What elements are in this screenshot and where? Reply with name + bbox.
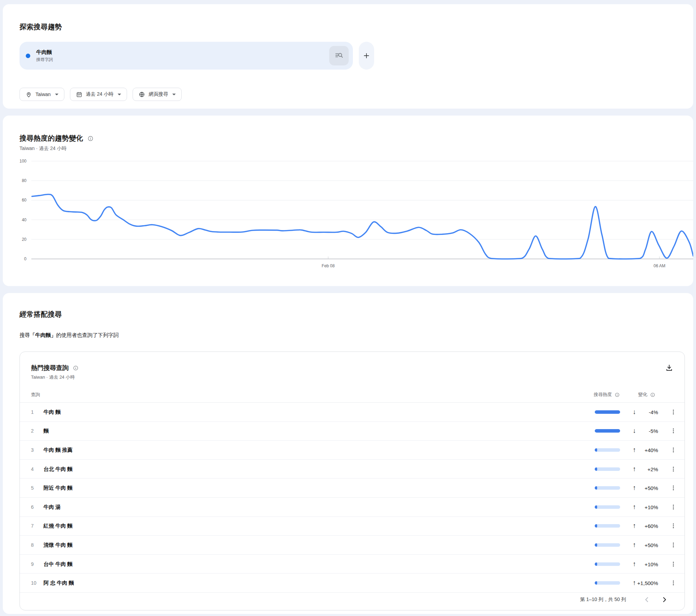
row-change-value: -4% [616,409,658,415]
more-vertical-icon [670,542,677,548]
row-change-value: +10% [616,504,658,510]
row-rank: 6 [31,504,41,510]
table-row[interactable]: 7紅燒 牛肉 麵↑+60% [20,517,685,536]
table-row[interactable]: 3牛肉 麵 推薦↑+40% [20,441,685,460]
row-rank: 1 [31,409,41,415]
row-rank: 7 [31,523,41,529]
table-subtitle: Taiwan · 過去 24 小時 [31,374,75,380]
add-comparison-button[interactable] [359,42,374,70]
interest-line-chart[interactable]: 100806040200Feb 0806 AM [3,153,693,275]
more-vertical-icon [670,466,677,472]
interest-over-time-card: 搜尋熱度的趨勢變化 Taiwan · 過去 24 小時 100806040200… [3,116,693,286]
chevron-down-icon [118,94,121,95]
more-vertical-icon [670,561,677,567]
location-pin-icon [25,91,32,98]
table-row[interactable]: 5附近 牛肉 麵↑+50% [20,479,685,498]
more-vertical-icon [670,447,677,453]
table-body: 1牛肉 麵↓-4%2麵↓-5%3牛肉 麵 推薦↑+40%4台北 牛肉 麵↑+2%… [20,403,685,593]
filter-bar: Taiwan 過去 24 小時 網頁搜尋 [19,88,182,101]
more-vertical-icon [670,580,677,586]
row-query-label: 台中 牛肉 麵 [44,561,72,567]
svg-text:80: 80 [22,178,27,183]
filter-time-button[interactable]: 過去 24 小時 [70,88,127,101]
svg-text:40: 40 [22,218,27,222]
table-row[interactable]: 1牛肉 麵↓-4% [20,403,685,422]
svg-text:Feb 08: Feb 08 [322,263,335,268]
row-menu-button[interactable] [666,481,680,495]
table-row[interactable]: 9台中 牛肉 麵↑+10% [20,555,685,574]
plus-icon [363,52,370,60]
top-queries-table-card: 熱門搜尋查詢 Taiwan · 過去 24 小時 查詢 搜尋熱度 [19,352,685,610]
row-query-label: 紅燒 牛肉 麵 [44,523,72,529]
info-icon[interactable] [87,135,94,142]
row-menu-button[interactable] [666,500,680,514]
more-vertical-icon [670,409,677,415]
row-rank: 8 [31,542,41,548]
row-query-label: 阿 忠 牛肉 麵 [44,580,74,586]
row-query-label: 牛肉 麵 推薦 [44,447,72,453]
svg-text:100: 100 [19,159,26,164]
row-rank: 10 [31,580,41,586]
info-icon[interactable] [73,365,79,371]
svg-text:0: 0 [24,256,26,261]
chart-title: 搜尋熱度的趨勢變化 [19,134,83,143]
filter-geo-button[interactable]: Taiwan [19,88,64,101]
previous-page-button[interactable] [640,593,654,607]
chevron-right-icon [661,596,668,603]
filter-category-button[interactable]: 網頁搜尋 [133,88,182,101]
refine-search-button[interactable] [329,46,349,65]
row-menu-button[interactable] [666,519,680,533]
chart-subtitle: Taiwan · 過去 24 小時 [19,145,66,152]
row-menu-button[interactable] [666,424,680,438]
globe-icon [139,91,145,98]
column-header-volume: 搜尋熱度 [594,392,612,398]
row-menu-button[interactable] [666,443,680,457]
more-vertical-icon [670,428,677,434]
search-term-chip[interactable]: 牛肉麵 搜尋字詞 [19,42,353,70]
row-menu-button[interactable] [666,405,680,419]
row-menu-button[interactable] [666,538,680,552]
related-description-term: 「牛肉麵」 [30,332,56,338]
info-icon[interactable] [650,392,655,397]
row-query-label: 清燉 牛肉 麵 [44,542,72,548]
row-change-value: +2% [616,466,658,472]
row-rank: 2 [31,428,41,434]
row-change-value: +10% [616,561,658,567]
table-row[interactable]: 4台北 牛肉 麵↑+2% [20,460,685,479]
row-menu-button[interactable] [666,557,680,571]
svg-text:06 AM: 06 AM [654,263,665,268]
filter-time-label: 過去 24 小時 [86,91,113,97]
row-query-label: 牛肉 湯 [44,504,61,510]
row-change-value: +50% [616,542,658,548]
row-rank: 4 [31,466,41,472]
related-queries-card: 經常搭配搜尋 搜尋「牛肉麵」的使用者也查詢了下列字詞 熱門搜尋查詢 Taiwan… [3,293,693,614]
column-header-query: 查詢 [31,392,40,398]
info-icon[interactable] [615,392,620,397]
more-vertical-icon [670,485,677,491]
table-header-row: 查詢 搜尋熱度 變化 [20,387,685,403]
row-change-value: -5% [616,428,658,434]
chevron-down-icon [55,94,58,95]
row-change-value: +1,500% [616,580,658,586]
download-button[interactable] [664,362,675,373]
column-header-change: 變化 [638,392,647,398]
row-query-label: 台北 牛肉 麵 [44,466,72,472]
download-icon [665,364,673,372]
next-page-button[interactable] [657,593,671,607]
calendar-icon [76,91,82,98]
chevron-left-icon [643,596,651,603]
row-rank: 5 [31,485,41,491]
table-row[interactable]: 8清燉 牛肉 麵↑+50% [20,536,685,555]
row-menu-button[interactable] [666,462,680,476]
row-menu-button[interactable] [666,576,680,590]
row-query-label: 麵 [44,428,49,434]
row-query-label: 牛肉 麵 [44,409,61,415]
filter-geo-label: Taiwan [35,92,51,97]
table-row[interactable]: 2麵↓-5% [20,422,685,441]
more-vertical-icon [670,504,677,510]
table-row[interactable]: 6牛肉 湯↑+10% [20,498,685,517]
row-change-value: +50% [616,485,658,491]
pagination-label: 第 1–10 列，共 50 列 [580,597,626,603]
related-description: 搜尋「牛肉麵」的使用者也查詢了下列字詞 [19,332,119,339]
explore-header-card: 探索搜尋趨勢 牛肉麵 搜尋字詞 Taiwan [3,4,693,109]
